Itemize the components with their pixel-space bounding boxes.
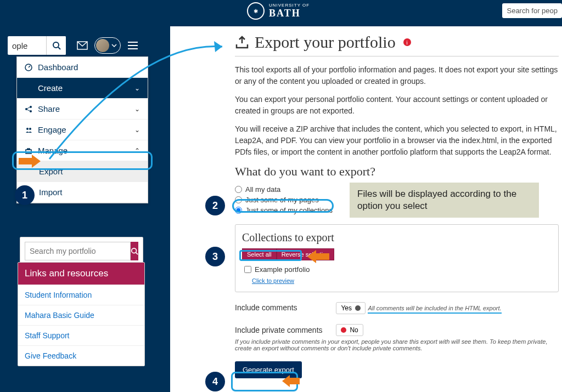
svg-point-12: [30, 110, 32, 112]
svg-marker-22: [282, 375, 300, 387]
share-icon: [25, 105, 33, 113]
export-icon: [235, 36, 249, 49]
curved-arrow-icon: [44, 36, 236, 167]
svg-point-16: [29, 128, 31, 130]
crest-icon: ✱: [247, 2, 265, 20]
select-all-button[interactable]: Select all: [242, 248, 277, 260]
portfolio-search-button[interactable]: [131, 242, 138, 260]
collection-checkbox[interactable]: [244, 266, 251, 273]
include-private-toggle[interactable]: No: [336, 324, 363, 336]
info-icon[interactable]: i: [403, 38, 411, 46]
svg-line-13: [27, 107, 30, 109]
svg-rect-18: [27, 149, 30, 150]
arrow-pointer-icon: [282, 375, 300, 387]
dashboard-icon: [25, 64, 33, 71]
preview-link[interactable]: Click to preview: [252, 277, 294, 284]
logo-univ: UNIVERSITY OF: [269, 3, 310, 8]
uni-logo: ✱ UNIVERSITY OF BATH: [247, 2, 310, 20]
radio-label: Just some of my pages: [245, 196, 319, 204]
briefcase-icon: [25, 147, 33, 155]
links-resources: Links and resources Student Information …: [18, 262, 145, 366]
toggle-dot-icon: [355, 305, 361, 311]
arrow-pointer-icon: [19, 155, 41, 168]
include-comments-label: Include comments: [235, 303, 334, 312]
portfolio-search: [20, 237, 143, 265]
svg-line-14: [27, 110, 30, 111]
link-feedback[interactable]: Give Feedback: [18, 345, 144, 366]
toggle-yes-label: Yes: [341, 304, 352, 312]
svg-marker-21: [307, 250, 329, 263]
svg-point-6: [132, 248, 137, 253]
radio-label: All my data: [245, 185, 280, 194]
desc-2: You can export your personal portfolio c…: [235, 94, 559, 117]
private-note: If you include private comments in your …: [235, 338, 559, 351]
arrow-pointer-icon: [307, 250, 329, 263]
people-icon: [25, 126, 33, 134]
people-search-input[interactable]: [8, 41, 46, 50]
svg-marker-19: [19, 155, 41, 168]
radio-all-input[interactable]: [235, 186, 242, 193]
desc-1: This tool exports all of your portfolio …: [235, 64, 559, 87]
include-private-label: Include private comments: [235, 326, 334, 334]
links-heading: Links and resources: [18, 263, 144, 285]
step-1-badge: 1: [15, 185, 35, 205]
submenu-import[interactable]: Import: [17, 182, 148, 203]
include-private-row: Include private comments No If you inclu…: [235, 324, 559, 351]
step-3-badge: 3: [205, 247, 225, 266]
radio-pages-input[interactable]: [235, 196, 242, 203]
page-title: Export your portfolio i: [235, 33, 559, 52]
logo-name: BATH: [269, 8, 310, 19]
include-comments-row: Include comments Yes All comments will b…: [235, 302, 559, 314]
top-search-field[interactable]: Search for peop: [502, 3, 562, 18]
collections-heading: Collections to export: [242, 231, 552, 244]
comments-note: All comments will be included in the HTM…: [368, 305, 501, 314]
svg-point-15: [26, 128, 29, 130]
desc-3: You will receive a ZIP archive that incl…: [235, 123, 559, 158]
svg-line-7: [136, 253, 138, 255]
svg-marker-20: [214, 41, 222, 52]
title-text: Export your portfolio: [255, 33, 396, 52]
link-mahara-guide[interactable]: Mahara Basic Guide: [18, 305, 144, 325]
question-heading: What do you want to export?: [235, 164, 559, 179]
radio-label: Just some of my collections: [245, 206, 333, 214]
radio-coll-input[interactable]: [235, 207, 242, 214]
svg-point-11: [30, 106, 32, 108]
collections-box: Collections to export Select all Reverse…: [235, 224, 559, 292]
toggle-dot-icon: [341, 327, 346, 333]
step-2-badge: 2: [205, 196, 225, 215]
search-icon: [131, 247, 138, 255]
toggle-no-label: No: [350, 326, 358, 334]
link-staff-support[interactable]: Staff Support: [18, 325, 144, 345]
link-student-info[interactable]: Student Information: [18, 285, 144, 305]
callout-note: Files will be displayed according to the…: [350, 183, 539, 218]
svg-line-9: [29, 66, 30, 67]
portfolio-search-input[interactable]: [25, 242, 131, 260]
svg-rect-17: [26, 150, 31, 154]
collection-label: Example portfolio: [255, 265, 310, 274]
step-4-badge: 4: [205, 372, 225, 391]
separator: [235, 56, 559, 56]
collection-item[interactable]: Example portfolio: [242, 264, 552, 275]
include-comments-toggle[interactable]: Yes: [336, 302, 366, 314]
